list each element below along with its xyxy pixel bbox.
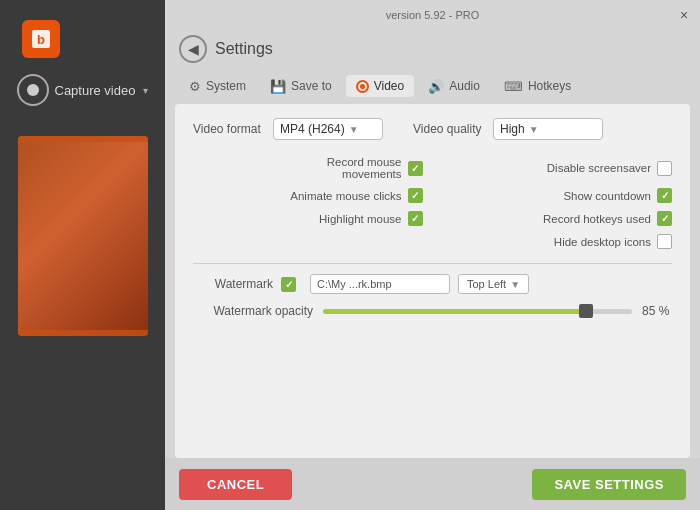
tab-audio-label: Audio [449, 79, 480, 93]
tab-video-radio-inner [360, 84, 365, 89]
audio-icon: 🔊 [428, 79, 444, 94]
saveto-icon: 💾 [270, 79, 286, 94]
record-button[interactable] [17, 74, 49, 106]
thumb-bar-bottom [18, 330, 148, 336]
back-button[interactable]: ◀ [179, 35, 207, 63]
animate-clicks-checkbox[interactable] [408, 188, 423, 203]
format-arrow: ▼ [349, 124, 359, 135]
settings-title: Settings [215, 40, 273, 58]
slider-thumb[interactable] [579, 304, 593, 318]
highlight-mouse-label: Highlight mouse [319, 213, 401, 225]
tab-video[interactable]: Video [346, 75, 414, 97]
system-icon: ⚙ [189, 79, 201, 94]
animate-clicks-label: Animate mouse clicks [290, 190, 401, 202]
settings-header: ◀ Settings [165, 30, 700, 68]
record-hotkeys-row: Record hotkeys used [443, 211, 673, 226]
show-countdown-checkbox[interactable] [657, 188, 672, 203]
preview-thumbnail [18, 136, 148, 336]
record-mouse-row: Record mousemovements [193, 156, 423, 180]
disable-screensaver-row: Disable screensaver [443, 156, 673, 180]
hide-icons-label: Hide desktop icons [554, 236, 651, 248]
tab-bar: ⚙ System 💾 Save to Video 🔊 Audio ⌨ Hotke… [165, 68, 700, 104]
bottom-bar: CANCEL SAVE SETTINGS [165, 458, 700, 510]
thumb-bar-top [18, 136, 148, 142]
quality-value: High [500, 122, 525, 136]
hide-icons-checkbox[interactable] [657, 234, 672, 249]
opacity-label: Watermark opacity [193, 304, 313, 318]
highlight-mouse-checkbox[interactable] [408, 211, 423, 226]
watermark-position-select[interactable]: Top Left ▼ [458, 274, 529, 294]
record-hotkeys-label: Record hotkeys used [543, 213, 651, 225]
hide-icons-row: Hide desktop icons [443, 234, 673, 249]
capture-dropdown-arrow[interactable]: ▾ [143, 85, 148, 96]
watermark-pos-value: Top Left [467, 278, 506, 290]
back-arrow-icon: ◀ [188, 41, 199, 57]
watermark-row: Watermark C:\My ...rk.bmp Top Left ▼ [193, 274, 672, 294]
format-quality-row: Video format MP4 (H264) ▼ Video quality … [193, 118, 672, 140]
tab-hotkeys-label: Hotkeys [528, 79, 571, 93]
highlight-mouse-row: Highlight mouse [193, 211, 423, 226]
opacity-value: 85 % [642, 304, 672, 318]
app-logo: b [22, 20, 60, 58]
tab-saveto-label: Save to [291, 79, 332, 93]
quality-arrow: ▼ [529, 124, 539, 135]
watermark-checkbox[interactable] [281, 277, 296, 292]
hotkeys-icon: ⌨ [504, 79, 523, 94]
opacity-slider[interactable] [323, 304, 632, 318]
divider [193, 263, 672, 264]
tab-audio[interactable]: 🔊 Audio [418, 75, 490, 98]
cancel-button[interactable]: CANCEL [179, 469, 292, 500]
watermark-path-display[interactable]: C:\My ...rk.bmp [310, 274, 450, 294]
title-bar: version 5.92 - PRO × [165, 0, 700, 30]
watermark-label: Watermark [193, 277, 273, 291]
capture-label: Capture video [55, 83, 136, 98]
disable-screensaver-label: Disable screensaver [547, 162, 651, 174]
tab-video-label: Video [374, 79, 404, 93]
quality-label: Video quality [413, 122, 493, 136]
record-inner [27, 84, 39, 96]
slider-track [323, 309, 632, 314]
empty-left [193, 234, 423, 249]
show-countdown-label: Show countdown [563, 190, 651, 202]
close-button[interactable]: × [676, 7, 692, 23]
tab-save-to[interactable]: 💾 Save to [260, 75, 342, 98]
record-mouse-label: Record mousemovements [327, 156, 402, 180]
format-select[interactable]: MP4 (H264) ▼ [273, 118, 383, 140]
video-settings-panel: Video format MP4 (H264) ▼ Video quality … [175, 104, 690, 458]
tab-video-radio [356, 80, 369, 93]
sidebar: b Capture video ▾ [0, 0, 165, 510]
disable-screensaver-checkbox[interactable] [657, 161, 672, 176]
record-hotkeys-checkbox[interactable] [657, 211, 672, 226]
record-mouse-checkbox[interactable] [408, 161, 423, 176]
format-label: Video format [193, 122, 273, 136]
checkboxes-grid: Record mousemovements Disable screensave… [193, 152, 672, 253]
main-area: version 5.92 - PRO × ◀ Settings ⚙ System… [165, 0, 700, 510]
tab-system-label: System [206, 79, 246, 93]
svg-text:b: b [37, 32, 45, 47]
version-text: version 5.92 - PRO [386, 9, 480, 21]
quality-select[interactable]: High ▼ [493, 118, 603, 140]
format-value: MP4 (H264) [280, 122, 345, 136]
opacity-row: Watermark opacity 85 % [193, 304, 672, 318]
watermark-pos-arrow: ▼ [510, 279, 520, 290]
capture-video-control[interactable]: Capture video ▾ [17, 74, 157, 106]
save-settings-button[interactable]: SAVE SETTINGS [532, 469, 686, 500]
animate-clicks-row: Animate mouse clicks [193, 188, 423, 203]
show-countdown-row: Show countdown [443, 188, 673, 203]
tab-hotkeys[interactable]: ⌨ Hotkeys [494, 75, 581, 98]
tab-system[interactable]: ⚙ System [179, 75, 256, 98]
